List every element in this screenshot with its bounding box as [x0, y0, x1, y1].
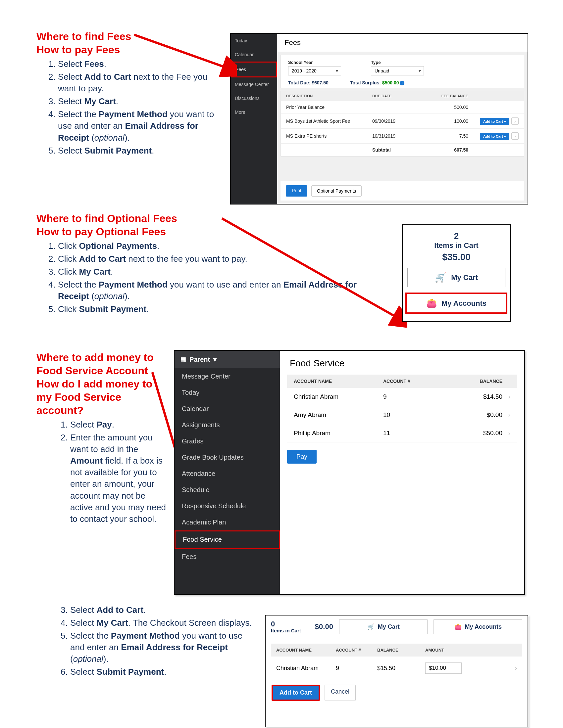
table-row[interactable]: Amy Abram 10 $0.00 ›	[287, 406, 517, 424]
pay-button[interactable]: Pay	[287, 450, 317, 464]
type-label: Type	[371, 60, 424, 65]
section-2: Where to find Optional Fees How to pay O…	[36, 212, 388, 317]
role-selector[interactable]: ▦Parent▾	[174, 351, 280, 368]
text: Click	[58, 254, 79, 264]
sidebar-item-assignments[interactable]: Assignments	[174, 417, 280, 433]
th-amount: AMOUNT	[425, 648, 482, 653]
sidebar-item-more[interactable]: More	[231, 105, 277, 119]
sidebar-item-calendar[interactable]: Calendar	[174, 401, 280, 417]
text: optional	[94, 133, 124, 143]
list-item: Enter the amount you want to add in the …	[70, 432, 169, 525]
chevron-right-icon[interactable]: ›	[511, 132, 519, 140]
text: Add to Cart	[79, 254, 126, 264]
text: Click	[58, 304, 79, 314]
my-cart-label: My Cart	[451, 273, 478, 282]
add-to-cart-button[interactable]: Add to Cart ▾	[480, 133, 509, 140]
list-item: Select the Payment Method you want to us…	[70, 630, 255, 665]
table-row[interactable]: Phillip Abram 11 $50.00 ›	[287, 424, 517, 442]
text: Email Address for Receipt	[121, 642, 228, 652]
sidebar-item-schedule[interactable]: Schedule	[174, 482, 280, 498]
add-to-cart-button[interactable]: Add to Cart ▾	[480, 118, 509, 125]
items-count: 2	[407, 231, 505, 241]
account-number: 9	[383, 393, 436, 400]
th-account-number: ACCOUNT #	[336, 648, 377, 653]
fees-footer: Print Optional Payments	[280, 181, 524, 201]
sidebar-item-fees[interactable]: Fees	[174, 549, 280, 565]
sidebar-item-today[interactable]: Today	[231, 34, 277, 48]
sidebar-item-responsive-schedule[interactable]: Responsive Schedule	[174, 498, 280, 514]
sidebar-item-food-service[interactable]: Food Service	[174, 530, 280, 549]
text: Optional Payments	[79, 241, 157, 251]
account-balance: $14.50	[436, 393, 502, 400]
sidebar: ▦Parent▾ Message Center Today Calendar A…	[174, 351, 280, 594]
text: .	[143, 605, 146, 615]
sidebar-item-message-center[interactable]: Message Center	[174, 368, 280, 385]
account-name: Amy Abram	[294, 411, 383, 419]
amount-input[interactable]	[425, 662, 462, 674]
my-accounts-label: My Accounts	[442, 299, 487, 308]
section-3-continued: Select Add to Cart. Select My Cart. The …	[36, 602, 255, 679]
optional-payments-button[interactable]: Optional Payments	[311, 185, 362, 197]
my-cart-button[interactable]: 🛒My Cart	[407, 268, 505, 287]
sidebar-item-message-center[interactable]: Message Center	[231, 77, 277, 91]
text: Payment Method	[99, 280, 167, 290]
text: .	[157, 241, 159, 251]
text: Submit Payment	[84, 146, 152, 156]
items-count-label: Items in Cart	[407, 241, 505, 250]
sidebar-item-discussions[interactable]: Discussions	[231, 91, 277, 105]
section-3-steps-b: Select Add to Cart. Select My Cart. The …	[36, 604, 255, 678]
table-row: MS Boys 1st Athletic Sport Fee 09/30/201…	[281, 114, 524, 128]
list-item: Select Pay.	[70, 419, 169, 431]
filters: School Year 2019 - 2020 Type Unpaid Tota…	[280, 55, 524, 88]
text: . The Checkout Screen displays.	[128, 618, 252, 628]
text: ).	[124, 133, 130, 143]
chevron-down-icon: ▾	[213, 355, 216, 363]
text: (	[89, 133, 94, 143]
text: My Cart	[97, 618, 128, 628]
info-icon[interactable]: i	[400, 81, 404, 85]
list-item: Select Add to Cart.	[70, 604, 255, 616]
text: Payment Method	[111, 631, 180, 641]
list-item: Select the Payment Method you want to us…	[58, 279, 388, 302]
cancel-button[interactable]: Cancel	[325, 685, 356, 701]
add-to-cart-button[interactable]: Add to Cart	[271, 685, 320, 701]
school-year-select[interactable]: 2019 - 2020	[288, 66, 341, 75]
table-row[interactable]: Christian Abram 9 $14.50 ›	[287, 388, 517, 406]
list-item: Click Submit Payment.	[58, 303, 388, 315]
th-account-name: ACCOUNT NAME	[276, 648, 336, 653]
text: Select	[58, 72, 84, 82]
sidebar-item-grade-book-updates[interactable]: Grade Book Updates	[174, 449, 280, 466]
my-cart-label: My Cart	[378, 623, 400, 630]
text: next to the fee you want to pay.	[126, 254, 247, 264]
text: Select	[58, 146, 84, 156]
print-button[interactable]: Print	[286, 185, 307, 197]
text: Select	[70, 667, 97, 677]
text: Select	[70, 420, 97, 430]
items-count-label: Items in Cart	[271, 628, 301, 634]
sidebar-item-attendance[interactable]: Attendance	[174, 466, 280, 482]
sidebar-item-grades[interactable]: Grades	[174, 433, 280, 449]
list-item: Select Add to Cart next to the Fee you w…	[58, 71, 225, 94]
items-count: 0	[271, 620, 301, 628]
my-accounts-button[interactable]: 👛My Accounts	[434, 619, 522, 634]
my-accounts-label: My Accounts	[465, 623, 502, 630]
account-name: Christian Abram	[294, 393, 383, 400]
text: .	[112, 420, 114, 430]
page-title: Fees	[277, 34, 528, 52]
text: Pay	[97, 420, 112, 430]
chevron-right-icon[interactable]: ›	[511, 117, 519, 125]
sidebar-item-today[interactable]: Today	[174, 385, 280, 401]
sidebar-item-academic-plan[interactable]: Academic Plan	[174, 514, 280, 530]
type-select[interactable]: Unpaid	[371, 66, 424, 75]
my-cart-button[interactable]: 🛒My Cart	[339, 619, 428, 634]
list-item: Select the Payment Method you want to us…	[58, 109, 225, 143]
row-due: 09/30/2019	[372, 118, 419, 124]
school-year-label: School Year	[288, 60, 341, 65]
list-item: Select My Cart.	[58, 96, 225, 107]
text: ).	[124, 291, 130, 301]
th-account-number: ACCOUNT #	[383, 379, 436, 384]
sidebar-item-fees[interactable]: Fees	[231, 62, 277, 77]
list-item: Click My Cart.	[58, 266, 388, 278]
sidebar-item-calendar[interactable]: Calendar	[231, 48, 277, 62]
my-accounts-button[interactable]: 👛My Accounts	[405, 293, 507, 314]
